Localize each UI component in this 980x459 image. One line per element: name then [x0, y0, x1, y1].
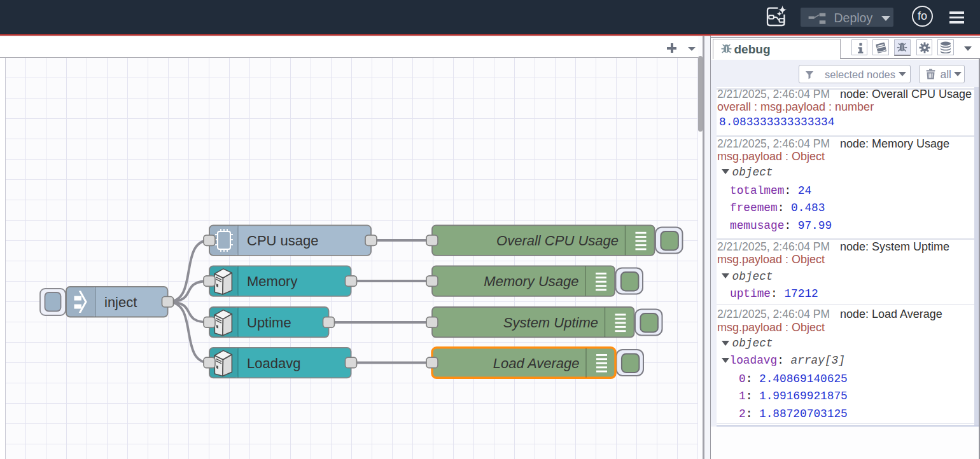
svg-text:Uptime: Uptime	[247, 315, 291, 331]
svg-text:Overall CPU Usage: Overall CPU Usage	[496, 233, 619, 249]
svg-text:Memory Usage: Memory Usage	[484, 273, 578, 289]
svg-text:inject: inject	[104, 294, 137, 310]
svg-text:Memory: Memory	[247, 273, 297, 289]
svg-text:Load Average: Load Average	[493, 355, 580, 371]
svg-text:CPU usage: CPU usage	[247, 233, 319, 249]
svg-text:Loadavg: Loadavg	[247, 355, 300, 371]
svg-text:System Uptime: System Uptime	[503, 315, 598, 331]
